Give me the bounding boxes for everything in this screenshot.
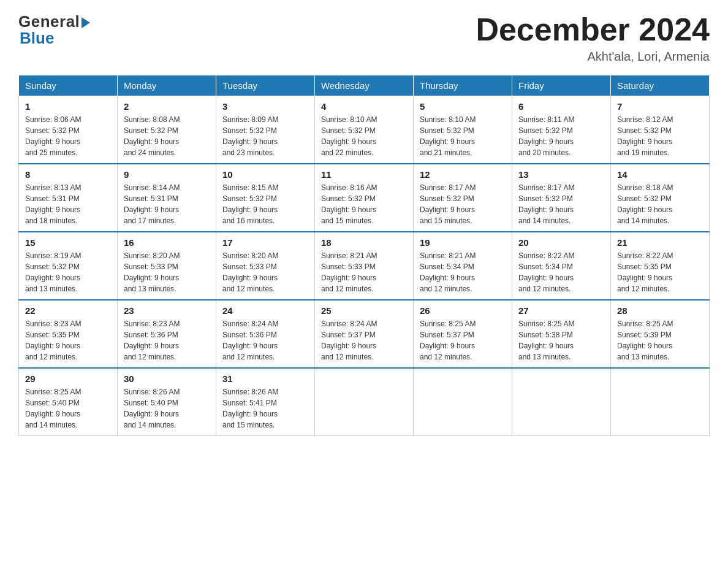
day-info: Sunrise: 8:23 AMSunset: 5:35 PMDaylight:…	[25, 318, 111, 362]
day-info: Sunrise: 8:20 AMSunset: 5:33 PMDaylight:…	[124, 250, 210, 294]
day-info: Sunrise: 8:13 AMSunset: 5:31 PMDaylight:…	[25, 182, 111, 226]
day-number: 25	[321, 305, 407, 316]
day-info: Sunrise: 8:19 AMSunset: 5:32 PMDaylight:…	[25, 250, 111, 294]
calendar-cell: 9Sunrise: 8:14 AMSunset: 5:31 PMDaylight…	[118, 164, 216, 232]
header-wednesday: Wednesday	[315, 75, 414, 96]
calendar-cell: 3Sunrise: 8:09 AMSunset: 5:32 PMDaylight…	[216, 96, 315, 164]
calendar-table: SundayMondayTuesdayWednesdayThursdayFrid…	[18, 75, 710, 436]
day-info: Sunrise: 8:22 AMSunset: 5:35 PMDaylight:…	[617, 250, 703, 294]
day-number: 23	[124, 305, 210, 316]
day-number: 18	[321, 237, 407, 248]
day-info: Sunrise: 8:10 AMSunset: 5:32 PMDaylight:…	[420, 114, 506, 158]
calendar-cell: 23Sunrise: 8:23 AMSunset: 5:36 PMDayligh…	[118, 300, 216, 368]
day-info: Sunrise: 8:21 AMSunset: 5:33 PMDaylight:…	[321, 250, 407, 294]
header-monday: Monday	[118, 75, 216, 96]
calendar-cell: 1Sunrise: 8:06 AMSunset: 5:32 PMDaylight…	[19, 96, 118, 164]
day-number: 16	[124, 237, 210, 248]
day-number: 3	[222, 101, 308, 112]
day-number: 31	[222, 373, 308, 384]
calendar-cell: 19Sunrise: 8:21 AMSunset: 5:34 PMDayligh…	[414, 232, 512, 300]
day-number: 14	[617, 169, 703, 180]
day-info: Sunrise: 8:17 AMSunset: 5:32 PMDaylight:…	[518, 182, 604, 226]
calendar-cell: 14Sunrise: 8:18 AMSunset: 5:32 PMDayligh…	[611, 164, 710, 232]
calendar-cell: 18Sunrise: 8:21 AMSunset: 5:33 PMDayligh…	[315, 232, 414, 300]
week-row-1: 1Sunrise: 8:06 AMSunset: 5:32 PMDaylight…	[19, 96, 710, 164]
day-number: 26	[420, 305, 506, 316]
day-info: Sunrise: 8:18 AMSunset: 5:32 PMDaylight:…	[617, 182, 703, 226]
day-number: 24	[222, 305, 308, 316]
calendar-cell: 21Sunrise: 8:22 AMSunset: 5:35 PMDayligh…	[611, 232, 710, 300]
calendar-cell: 4Sunrise: 8:10 AMSunset: 5:32 PMDaylight…	[315, 96, 414, 164]
day-info: Sunrise: 8:20 AMSunset: 5:33 PMDaylight:…	[222, 250, 308, 294]
day-number: 5	[420, 101, 506, 112]
day-info: Sunrise: 8:23 AMSunset: 5:36 PMDaylight:…	[124, 318, 210, 362]
day-info: Sunrise: 8:10 AMSunset: 5:32 PMDaylight:…	[321, 114, 407, 158]
calendar-cell: 27Sunrise: 8:25 AMSunset: 5:38 PMDayligh…	[512, 300, 611, 368]
header-sunday: Sunday	[19, 75, 118, 96]
calendar-cell: 16Sunrise: 8:20 AMSunset: 5:33 PMDayligh…	[118, 232, 216, 300]
calendar-cell: 6Sunrise: 8:11 AMSunset: 5:32 PMDaylight…	[512, 96, 611, 164]
day-number: 29	[25, 373, 111, 384]
day-info: Sunrise: 8:15 AMSunset: 5:32 PMDaylight:…	[222, 182, 308, 226]
calendar-cell: 17Sunrise: 8:20 AMSunset: 5:33 PMDayligh…	[216, 232, 315, 300]
day-info: Sunrise: 8:25 AMSunset: 5:37 PMDaylight:…	[420, 318, 506, 362]
calendar-cell: 26Sunrise: 8:25 AMSunset: 5:37 PMDayligh…	[414, 300, 512, 368]
day-info: Sunrise: 8:22 AMSunset: 5:34 PMDaylight:…	[518, 250, 604, 294]
day-info: Sunrise: 8:09 AMSunset: 5:32 PMDaylight:…	[222, 114, 308, 158]
day-number: 17	[222, 237, 308, 248]
day-number: 7	[617, 101, 703, 112]
header-saturday: Saturday	[611, 75, 710, 96]
day-info: Sunrise: 8:26 AMSunset: 5:41 PMDaylight:…	[222, 386, 308, 431]
day-number: 12	[420, 169, 506, 180]
calendar-header-row: SundayMondayTuesdayWednesdayThursdayFrid…	[19, 75, 710, 96]
day-number: 8	[25, 169, 111, 180]
logo-arrow-icon	[82, 17, 90, 28]
day-number: 19	[420, 237, 506, 248]
day-number: 2	[124, 101, 210, 112]
calendar-cell	[315, 368, 414, 436]
calendar-cell	[611, 368, 710, 436]
calendar-cell	[414, 368, 512, 436]
page-header: General Blue December 2024 Akht'ala, Lor…	[18, 12, 710, 64]
day-number: 1	[25, 101, 111, 112]
calendar-cell: 24Sunrise: 8:24 AMSunset: 5:36 PMDayligh…	[216, 300, 315, 368]
day-number: 20	[518, 237, 604, 248]
day-info: Sunrise: 8:26 AMSunset: 5:40 PMDaylight:…	[124, 386, 210, 431]
day-info: Sunrise: 8:24 AMSunset: 5:36 PMDaylight:…	[222, 318, 308, 362]
calendar-cell: 2Sunrise: 8:08 AMSunset: 5:32 PMDaylight…	[118, 96, 216, 164]
calendar-cell: 13Sunrise: 8:17 AMSunset: 5:32 PMDayligh…	[512, 164, 611, 232]
day-info: Sunrise: 8:17 AMSunset: 5:32 PMDaylight:…	[420, 182, 506, 226]
day-number: 15	[25, 237, 111, 248]
week-row-4: 22Sunrise: 8:23 AMSunset: 5:35 PMDayligh…	[19, 300, 710, 368]
day-info: Sunrise: 8:08 AMSunset: 5:32 PMDaylight:…	[124, 114, 210, 158]
calendar-cell: 30Sunrise: 8:26 AMSunset: 5:40 PMDayligh…	[118, 368, 216, 436]
day-number: 28	[617, 305, 703, 316]
week-row-5: 29Sunrise: 8:25 AMSunset: 5:40 PMDayligh…	[19, 368, 710, 436]
location-text: Akht'ala, Lori, Armenia	[476, 50, 710, 64]
calendar-cell: 25Sunrise: 8:24 AMSunset: 5:37 PMDayligh…	[315, 300, 414, 368]
calendar-cell: 11Sunrise: 8:16 AMSunset: 5:32 PMDayligh…	[315, 164, 414, 232]
day-number: 22	[25, 305, 111, 316]
calendar-cell: 10Sunrise: 8:15 AMSunset: 5:32 PMDayligh…	[216, 164, 315, 232]
calendar-cell: 31Sunrise: 8:26 AMSunset: 5:41 PMDayligh…	[216, 368, 315, 436]
day-number: 30	[124, 373, 210, 384]
day-info: Sunrise: 8:24 AMSunset: 5:37 PMDaylight:…	[321, 318, 407, 362]
calendar-cell: 8Sunrise: 8:13 AMSunset: 5:31 PMDaylight…	[19, 164, 118, 232]
calendar-cell: 20Sunrise: 8:22 AMSunset: 5:34 PMDayligh…	[512, 232, 611, 300]
day-number: 27	[518, 305, 604, 316]
day-number: 6	[518, 101, 604, 112]
day-number: 11	[321, 169, 407, 180]
calendar-cell: 22Sunrise: 8:23 AMSunset: 5:35 PMDayligh…	[19, 300, 118, 368]
week-row-2: 8Sunrise: 8:13 AMSunset: 5:31 PMDaylight…	[19, 164, 710, 232]
day-info: Sunrise: 8:25 AMSunset: 5:40 PMDaylight:…	[25, 386, 111, 431]
month-title: December 2024	[476, 12, 710, 47]
logo-blue-text: Blue	[20, 29, 54, 48]
title-section: December 2024 Akht'ala, Lori, Armenia	[476, 12, 710, 64]
day-info: Sunrise: 8:14 AMSunset: 5:31 PMDaylight:…	[124, 182, 210, 226]
day-number: 4	[321, 101, 407, 112]
day-info: Sunrise: 8:06 AMSunset: 5:32 PMDaylight:…	[25, 114, 111, 158]
calendar-cell: 28Sunrise: 8:25 AMSunset: 5:39 PMDayligh…	[611, 300, 710, 368]
header-tuesday: Tuesday	[216, 75, 315, 96]
calendar-cell	[512, 368, 611, 436]
day-info: Sunrise: 8:25 AMSunset: 5:39 PMDaylight:…	[617, 318, 703, 362]
